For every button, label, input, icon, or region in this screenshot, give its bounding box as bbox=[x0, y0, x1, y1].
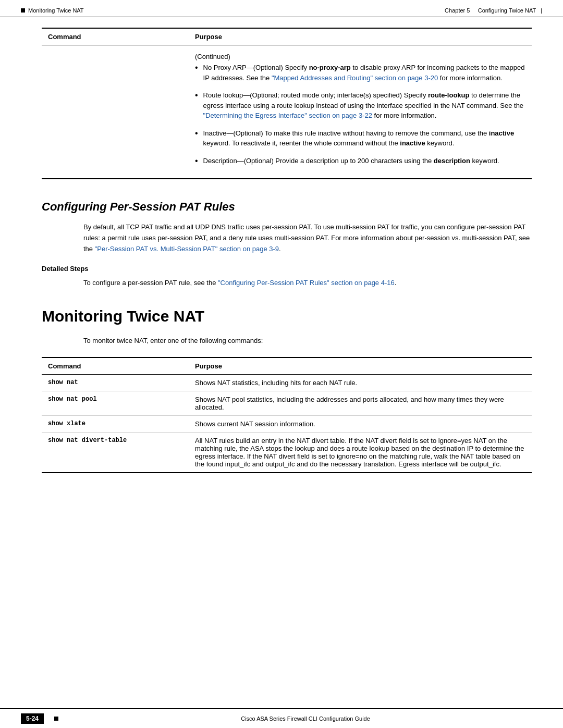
steps-text: To configure a per-session PAT rule, see… bbox=[83, 278, 532, 289]
bullet-text-4: Description—(Optional) Provide a descrip… bbox=[203, 156, 499, 166]
bold-description: description bbox=[434, 157, 470, 165]
bullet-dot-1: • bbox=[195, 64, 198, 72]
list-item-inactive: • Inactive—(Optional) To make this rule … bbox=[195, 128, 525, 149]
command-cell: show nat pool bbox=[42, 391, 189, 415]
per-session-section: Configuring Per-Session PAT Rules By def… bbox=[42, 200, 532, 289]
list-item-description: • Description—(Optional) Provide a descr… bbox=[195, 156, 525, 166]
bullet-dot-2: • bbox=[195, 91, 198, 100]
table-cell-empty bbox=[42, 45, 189, 179]
header-left-text: Monitoring Twice NAT bbox=[28, 7, 84, 14]
table-row: show natShows NAT statistics, including … bbox=[42, 374, 532, 391]
monitoring-section: Monitoring Twice NAT To monitor twice NA… bbox=[42, 307, 532, 473]
upper-table-col2-header: Purpose bbox=[189, 28, 532, 45]
purpose-cell: All NAT rules build an entry in the NAT … bbox=[189, 432, 532, 473]
table-row: show nat divert-tableAll NAT rules build… bbox=[42, 432, 532, 473]
footer-center-text: Cisco ASA Series Firewall CLI Configurat… bbox=[69, 715, 542, 722]
bullet-dot-4: • bbox=[195, 157, 198, 165]
bold-inactive-2: inactive bbox=[400, 139, 425, 147]
purpose-cell: Shows NAT pool statistics, including the… bbox=[189, 391, 532, 415]
command-cell: show xlate bbox=[42, 415, 189, 432]
header-separator: | bbox=[541, 7, 542, 14]
footer-square-icon bbox=[54, 717, 58, 721]
bullet-text-1: No Proxy ARP—(Optional) Specify no-proxy… bbox=[203, 63, 525, 83]
link-mapped-addresses[interactable]: "Mapped Addresses and Routing" section o… bbox=[272, 74, 438, 82]
command-cell: show nat divert-table bbox=[42, 432, 189, 473]
per-session-heading: Configuring Per-Session PAT Rules bbox=[42, 200, 532, 214]
purpose-cell: Shows NAT statistics, including hits for… bbox=[189, 374, 532, 391]
bold-route-lookup: route-lookup bbox=[428, 91, 469, 99]
list-item-route-lookup: • Route lookup—(Optional; routed mode on… bbox=[195, 90, 525, 121]
per-session-body: By default, all TCP PAT traffic and all … bbox=[83, 222, 532, 254]
page-footer: 5-24 Cisco ASA Series Firewall CLI Confi… bbox=[0, 708, 563, 728]
command-cell: show nat bbox=[42, 374, 189, 391]
header-left: Monitoring Twice NAT bbox=[21, 7, 84, 14]
monitoring-col2-header: Purpose bbox=[189, 357, 532, 375]
detailed-steps-label: Detailed Steps bbox=[42, 265, 532, 273]
page-header: Monitoring Twice NAT Chapter 5 Configuri… bbox=[0, 0, 563, 17]
list-item-no-proxy-arp: • No Proxy ARP—(Optional) Specify no-pro… bbox=[195, 63, 525, 83]
header-right: Chapter 5 Configuring Twice NAT | bbox=[445, 7, 542, 14]
footer-page-number: 5-24 bbox=[21, 713, 44, 724]
table-cell-purpose: (Continued) • No Proxy ARP—(Optional) Sp… bbox=[189, 45, 532, 179]
monitoring-table-header-row: Command Purpose bbox=[42, 357, 532, 375]
table-row: show nat poolShows NAT pool statistics, … bbox=[42, 391, 532, 415]
upper-table-col1-header: Command bbox=[42, 28, 189, 45]
upper-table: Command Purpose (Continued) • No Proxy A… bbox=[42, 28, 532, 179]
bullet-list: • No Proxy ARP—(Optional) Specify no-pro… bbox=[195, 63, 525, 166]
header-title: Configuring Twice NAT bbox=[478, 7, 536, 14]
continued-label: (Continued) bbox=[195, 48, 525, 63]
link-configuring-per-session[interactable]: "Configuring Per-Session PAT Rules" sect… bbox=[218, 279, 395, 287]
bullet-dot-3: • bbox=[195, 129, 198, 138]
table-row-continued: (Continued) • No Proxy ARP—(Optional) Sp… bbox=[42, 45, 532, 179]
bullet-text-3: Inactive—(Optional) To make this rule in… bbox=[203, 128, 525, 149]
table-row: show xlateShows current NAT session info… bbox=[42, 415, 532, 432]
monitoring-intro: To monitor twice NAT, enter one of the f… bbox=[83, 336, 532, 347]
bold-no-proxy-arp: no-proxy-arp bbox=[309, 64, 351, 71]
link-egress-interface[interactable]: "Determining the Egress Interface" secti… bbox=[203, 112, 372, 119]
monitoring-heading: Monitoring Twice NAT bbox=[42, 307, 532, 325]
link-per-session-pat[interactable]: "Per-Session PAT vs. Multi-Session PAT" … bbox=[95, 245, 279, 253]
monitoring-col1-header: Command bbox=[42, 357, 189, 375]
header-square-icon bbox=[21, 8, 25, 13]
bullet-text-2: Route lookup—(Optional; routed mode only… bbox=[203, 90, 525, 121]
purpose-cell: Shows current NAT session information. bbox=[189, 415, 532, 432]
bold-inactive-1: inactive bbox=[489, 129, 514, 137]
main-content: Command Purpose (Continued) • No Proxy A… bbox=[0, 17, 563, 520]
header-chapter: Chapter 5 bbox=[445, 7, 470, 14]
monitoring-table: Command Purpose show natShows NAT statis… bbox=[42, 357, 532, 473]
